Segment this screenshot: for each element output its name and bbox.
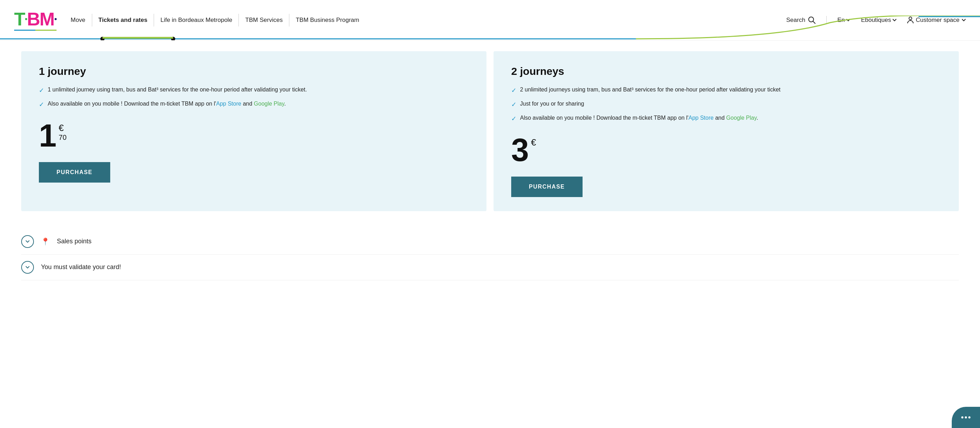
validate-card-label: You must validate your card! <box>41 263 121 271</box>
bottom-items: 📍 Sales points You must validate your ca… <box>21 225 959 284</box>
cards-container: 1 journey ✓ 1 unlimited journey using tr… <box>21 51 959 211</box>
card-2-price: 3 € <box>511 134 941 166</box>
checkmark-icon-5: ✓ <box>511 115 517 123</box>
card-2-feature-1-text: 2 unlimited journeys using tram, bus and… <box>520 86 780 94</box>
card-2-currency: € <box>531 137 536 148</box>
checkmark-icon-4: ✓ <box>511 100 517 109</box>
card-1-purchase-button[interactable]: PURCHASE <box>39 162 110 183</box>
card-2-feature-1: ✓ 2 unlimited journeys using tram, bus a… <box>511 86 941 95</box>
card-1-feature-1: ✓ 1 unlimited journey using tram, bus an… <box>39 86 469 95</box>
card-1-features: ✓ 1 unlimited journey using tram, bus an… <box>39 86 469 109</box>
card-2-journeys: 2 journeys ✓ 2 unlimited journeys using … <box>493 51 959 211</box>
header-bottom-line <box>0 39 980 40</box>
validate-card-item: You must validate your card! <box>21 255 959 280</box>
card-1-price-details: € 70 <box>59 120 67 142</box>
collapse-icon-1[interactable] <box>21 235 34 248</box>
card-1-price: 1 € 70 <box>39 120 469 151</box>
sales-points-item: 📍 Sales points <box>21 229 959 255</box>
checkmark-icon-1: ✓ <box>39 86 44 95</box>
pin-icon: 📍 <box>41 237 50 246</box>
google-play-link-1[interactable]: Google Play <box>254 101 285 107</box>
sales-points-label: Sales points <box>57 238 92 245</box>
card-1-journey: 1 journey ✓ 1 unlimited journey using tr… <box>21 51 487 211</box>
card-2-title: 2 journeys <box>511 65 941 77</box>
google-play-link-2[interactable]: Google Play <box>726 115 757 121</box>
card-2-purchase-button[interactable]: PURCHASE <box>511 177 582 197</box>
checkmark-icon-3: ✓ <box>511 86 517 95</box>
card-1-currency: € <box>59 123 67 134</box>
card-1-feature-1-text: 1 unlimited journey using tram, bus and … <box>48 86 307 94</box>
checkmark-icon-2: ✓ <box>39 100 44 109</box>
main-content: 1 journey ✓ 1 unlimited journey using tr… <box>0 41 980 294</box>
card-2-feature-3-text: Also available on you mobile ! Download … <box>520 114 758 122</box>
chevron-down-validate <box>25 264 30 270</box>
card-1-feature-2-text: Also available on you mobile ! Download … <box>48 100 286 108</box>
card-2-feature-2-text: Just for you or for sharing <box>520 100 584 108</box>
app-store-link-1[interactable]: App Store <box>216 101 241 107</box>
card-1-title: 1 journey <box>39 65 469 77</box>
card-1-cents: 70 <box>59 134 67 142</box>
card-2-price-main: 3 <box>511 134 529 166</box>
card-2-feature-3: ✓ Also available on you mobile ! Downloa… <box>511 114 941 123</box>
collapse-icon-2[interactable] <box>21 261 34 274</box>
app-store-link-2[interactable]: App Store <box>689 115 714 121</box>
card-1-price-main: 1 <box>39 120 57 151</box>
card-2-feature-2: ✓ Just for you or for sharing <box>511 100 941 109</box>
card-2-price-details: € <box>531 134 536 148</box>
card-1-feature-2: ✓ Also available on you mobile ! Downloa… <box>39 100 469 109</box>
card-2-features: ✓ 2 unlimited journeys using tram, bus a… <box>511 86 941 124</box>
chevron-down-sales <box>25 239 30 244</box>
